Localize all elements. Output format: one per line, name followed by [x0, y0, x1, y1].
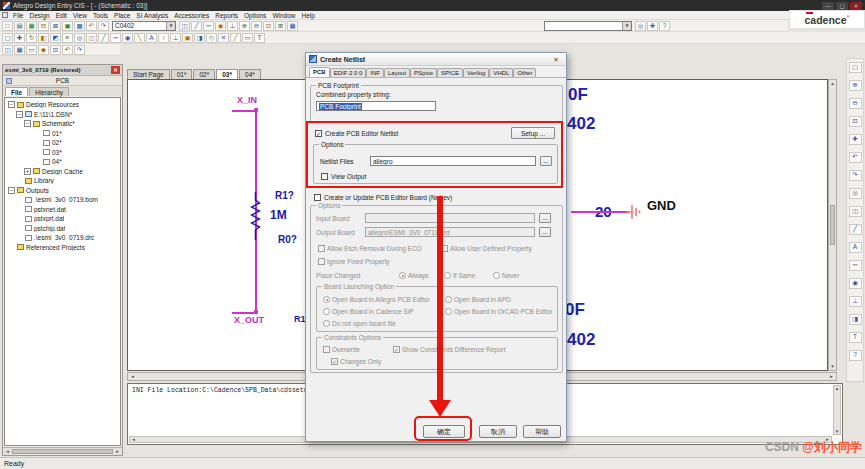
- no-connect-icon[interactable]: ✕: [218, 33, 229, 43]
- ignore-fixed-checkbox[interactable]: [318, 258, 325, 265]
- document-tab[interactable]: 02*: [193, 69, 215, 79]
- dialog-tab[interactable]: Other: [513, 68, 536, 77]
- menu-item[interactable]: Tools: [90, 12, 111, 19]
- menu-item[interactable]: Design: [26, 12, 52, 19]
- gnd-label[interactable]: GND: [647, 198, 676, 213]
- cut-icon[interactable]: ⊠: [50, 21, 61, 31]
- document-tab[interactable]: 04*: [239, 69, 261, 79]
- zoom-fit-icon[interactable]: ⊡: [849, 116, 862, 127]
- scroll-right-icon[interactable]: ►: [828, 374, 835, 379]
- collapse-icon[interactable]: [8, 187, 15, 194]
- dialog-title-bar[interactable]: Create Netlist ✕: [306, 53, 566, 66]
- snap-grid-icon[interactable]: ▦: [287, 21, 298, 31]
- tree-item-schematic-folder[interactable]: Schematic*: [6, 119, 120, 129]
- open-icon[interactable]: ▤: [14, 21, 25, 31]
- next-page-icon[interactable]: ↷: [74, 45, 85, 55]
- junction-icon[interactable]: ◉: [122, 33, 133, 43]
- help-icon[interactable]: ?: [659, 21, 670, 31]
- color-icon[interactable]: ◆: [38, 45, 49, 55]
- select-icon[interactable]: ▢: [849, 62, 862, 73]
- tree-item-outputs[interactable]: Outputs: [6, 186, 120, 196]
- off-page-connector-icon[interactable]: ◇: [206, 33, 217, 43]
- browse-button[interactable]: ...: [539, 227, 551, 237]
- zoom-in-icon[interactable]: ⊕: [849, 80, 862, 91]
- place-changed-never-radio[interactable]: [493, 272, 500, 279]
- place-changed-always-radio[interactable]: [399, 272, 406, 279]
- dialog-tab[interactable]: SPICE: [437, 68, 463, 77]
- open-apd-radio[interactable]: [445, 296, 452, 303]
- undo-icon[interactable]: ↶: [86, 21, 97, 31]
- hierarchical-port-icon[interactable]: ◨: [194, 33, 205, 43]
- menu-item[interactable]: Place: [111, 12, 133, 19]
- browse-button[interactable]: ...: [539, 213, 551, 223]
- part-combo[interactable]: C0402: [112, 21, 176, 31]
- wire-segment[interactable]: [571, 211, 629, 213]
- dialog-tab[interactable]: PCB: [309, 67, 330, 77]
- find-icon[interactable]: ◎: [849, 188, 862, 199]
- menu-item[interactable]: SI Analysis: [133, 12, 171, 19]
- scroll-right-icon[interactable]: ►: [114, 449, 121, 454]
- scroll-up-icon[interactable]: ▲: [829, 81, 836, 86]
- input-board-input[interactable]: [365, 213, 535, 223]
- menu-item[interactable]: Window: [269, 12, 298, 19]
- dialog-tab[interactable]: VHDL: [489, 68, 513, 77]
- dialog-tab[interactable]: Layout: [384, 68, 410, 77]
- tree-item-page-04[interactable]: 04*: [6, 157, 120, 167]
- resistor-refdes[interactable]: R1?: [275, 190, 294, 201]
- hierarchical-block-icon[interactable]: ▣: [182, 33, 193, 43]
- tree-item-drc[interactable]: .\esmi_3v0_0719.drc: [6, 233, 120, 243]
- copy-icon[interactable]: ▣: [62, 21, 73, 31]
- scrollbar-thumb[interactable]: [12, 449, 113, 454]
- minimize-button[interactable]: —: [822, 2, 834, 10]
- find-icon[interactable]: ◎: [74, 33, 85, 43]
- menu-item[interactable]: Help: [299, 12, 318, 19]
- help-button[interactable]: 帮助: [523, 425, 561, 438]
- output-board-input[interactable]: allegro\ESMI_3V0_0719.brd: [365, 227, 535, 237]
- scroll-up-icon[interactable]: ▲: [834, 386, 841, 391]
- dialog-tab[interactable]: INF: [366, 68, 384, 77]
- online-drc-icon[interactable]: ◎: [635, 21, 646, 31]
- rotate-icon[interactable]: ↻: [26, 33, 37, 43]
- tree-item-page-03[interactable]: 03*: [6, 148, 120, 158]
- tree-item-pstxprt[interactable]: pstxprt.dat: [6, 214, 120, 224]
- collapse-icon[interactable]: [8, 101, 15, 108]
- tree-item-page-01[interactable]: 01*: [6, 129, 120, 139]
- show-diff-report-checkbox[interactable]: [393, 346, 400, 353]
- rectangle-icon[interactable]: ▭: [242, 33, 253, 43]
- overwrite-checkbox[interactable]: [323, 346, 330, 353]
- part-icon[interactable]: ◫: [86, 33, 97, 43]
- zoom-select-icon[interactable]: ⊡: [50, 45, 61, 55]
- menu-item[interactable]: Reports: [212, 12, 241, 19]
- chevron-down-icon[interactable]: [622, 22, 631, 30]
- zoom-out-icon[interactable]: ⊖: [849, 98, 862, 109]
- power-icon[interactable]: ↑: [158, 33, 169, 43]
- bus-icon[interactable]: ═: [849, 260, 862, 271]
- child-window-icon[interactable]: [2, 12, 8, 18]
- combined-property-input[interactable]: PCB Footprint: [316, 101, 436, 111]
- expand-icon[interactable]: [24, 168, 31, 175]
- scrollbar-thumb[interactable]: [830, 205, 835, 245]
- maximize-button[interactable]: ▢: [836, 2, 848, 10]
- scroll-left-icon[interactable]: ◄: [4, 449, 11, 454]
- place-bus-icon[interactable]: ═: [203, 21, 214, 31]
- cap-value-bottom[interactable]: 0F: [565, 300, 585, 320]
- pan-icon[interactable]: ✚: [849, 134, 862, 145]
- open-orcad-pcb-radio[interactable]: [445, 308, 452, 315]
- tree-item-referenced-projects[interactable]: Referenced Projects: [6, 243, 120, 253]
- grid-icon[interactable]: ▦: [14, 45, 25, 55]
- cap-footprint-top[interactable]: 402: [567, 114, 595, 134]
- place-junction-icon[interactable]: ◉: [215, 21, 226, 31]
- scroll-left-icon[interactable]: ◄: [129, 374, 136, 379]
- place-changed-ifsame-radio[interactable]: [444, 272, 451, 279]
- previous-page-icon[interactable]: ↶: [62, 45, 73, 55]
- document-tab[interactable]: Start Page: [127, 69, 170, 79]
- zoom-in-icon[interactable]: ⊕: [239, 21, 250, 31]
- port-icon[interactable]: ◨: [849, 314, 862, 325]
- dialog-tab[interactable]: Verilog: [463, 68, 489, 77]
- document-tab[interactable]: 03*: [216, 69, 238, 79]
- paste-icon[interactable]: ▩: [74, 21, 85, 31]
- tree-item-design-resources[interactable]: Design Resources: [6, 100, 120, 110]
- tab-file[interactable]: File: [5, 87, 28, 96]
- line-icon[interactable]: ╱: [230, 33, 241, 43]
- new-icon[interactable]: □: [2, 21, 13, 31]
